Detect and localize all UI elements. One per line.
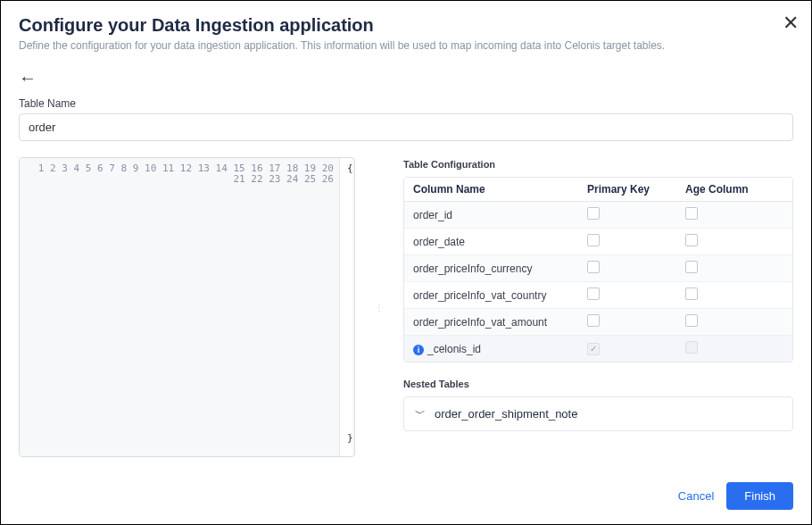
column-name: order_priceInfo_vat_country — [413, 289, 587, 302]
table-row: order_priceInfo_currency — [404, 255, 792, 282]
col-header-pk: Primary Key — [587, 183, 685, 196]
nested-tables-title: Nested Tables — [403, 379, 793, 389]
table-configuration: Column Name Primary Key Age Column order… — [403, 177, 793, 362]
close-icon[interactable]: ✕ — [783, 12, 799, 35]
back-arrow-icon[interactable]: ← — [19, 68, 37, 88]
age-column-checkbox[interactable] — [685, 234, 698, 246]
resize-handle[interactable]: ⋮ — [377, 157, 382, 457]
table-row: order_priceInfo_vat_country — [404, 282, 792, 309]
line-gutter: 1 2 3 4 5 6 7 8 9 10 11 12 13 14 15 16 1… — [20, 158, 340, 456]
table-row: order_date — [404, 229, 792, 255]
primary-key-checkbox[interactable] — [587, 261, 600, 273]
col-header-age: Age Column — [685, 183, 783, 196]
table-name-input[interactable] — [19, 113, 793, 141]
primary-key-checkbox[interactable] — [587, 207, 600, 220]
column-name: order_priceInfo_currency — [413, 262, 587, 275]
finish-button[interactable]: Finish — [726, 482, 793, 510]
table-row: order_id — [404, 202, 792, 229]
primary-key-checkbox — [587, 343, 600, 355]
table-row: order_priceInfo_vat_amount — [404, 309, 792, 336]
column-name: i_celonis_id — [413, 343, 587, 355]
cancel-button[interactable]: Cancel — [678, 489, 714, 503]
table-config-title: Table Configuration — [403, 159, 793, 170]
col-header-name: Column Name — [413, 183, 587, 196]
info-icon[interactable]: i — [413, 345, 424, 355]
scrollbar[interactable] — [351, 158, 355, 456]
column-name: order_date — [413, 236, 587, 248]
table-header: Column Name Primary Key Age Column — [404, 178, 792, 202]
column-name: order_priceInfo_vat_amount — [413, 316, 587, 329]
age-column-checkbox — [685, 341, 698, 354]
page-title: Configure your Data Ingestion applicatio… — [19, 15, 793, 36]
nested-table-item[interactable]: ﹀order_order_shipment_note — [403, 396, 793, 431]
chevron-down-icon: ﹀ — [415, 406, 426, 421]
primary-key-checkbox[interactable] — [587, 314, 600, 327]
age-column-checkbox[interactable] — [685, 314, 698, 327]
column-name: order_id — [413, 209, 587, 221]
table-name-label: Table Name — [19, 97, 793, 110]
primary-key-checkbox[interactable] — [587, 234, 600, 246]
age-column-checkbox[interactable] — [685, 288, 698, 300]
page-subtitle: Define the configuration for your data i… — [19, 39, 793, 52]
json-editor[interactable]: 1 2 3 4 5 6 7 8 9 10 11 12 13 14 15 16 1… — [19, 157, 355, 457]
primary-key-checkbox[interactable] — [587, 288, 600, 300]
age-column-checkbox[interactable] — [685, 207, 698, 220]
table-row: i_celonis_id — [404, 336, 792, 362]
nested-table-name: order_order_shipment_note — [435, 407, 577, 421]
age-column-checkbox[interactable] — [685, 261, 698, 273]
